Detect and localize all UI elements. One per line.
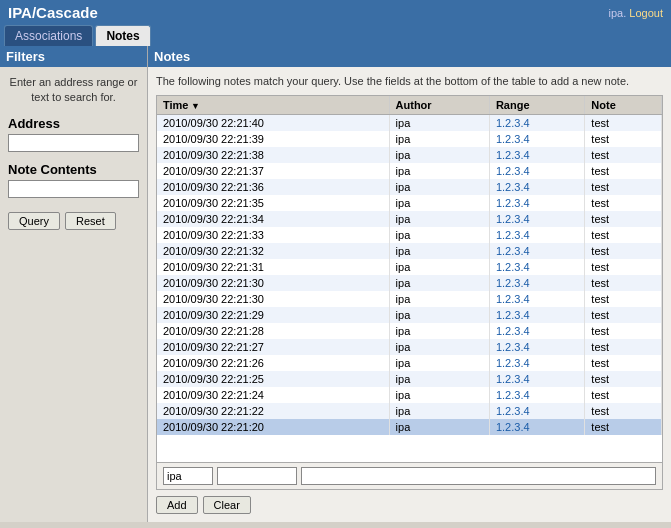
range-link[interactable]: 1.2.3.4 (496, 341, 530, 353)
content-area: Notes The following notes match your que… (148, 46, 671, 522)
col-note[interactable]: Note (585, 96, 662, 115)
table-row[interactable]: 2010/09/30 22:21:37ipa1.2.3.4test (157, 163, 662, 179)
address-input[interactable] (8, 134, 139, 152)
tab-associations[interactable]: Associations (4, 25, 93, 46)
add-button[interactable]: Add (156, 496, 198, 514)
col-range[interactable]: Range (489, 96, 584, 115)
table-row[interactable]: 2010/09/30 22:21:26ipa1.2.3.4test (157, 355, 662, 371)
table-row[interactable]: 2010/09/30 22:21:35ipa1.2.3.4test (157, 195, 662, 211)
range-link[interactable]: 1.2.3.4 (496, 165, 530, 177)
cell-range: 1.2.3.4 (489, 163, 584, 179)
col-author[interactable]: Author (389, 96, 489, 115)
cell-range: 1.2.3.4 (489, 259, 584, 275)
cell-author: ipa (389, 355, 489, 371)
cell-range: 1.2.3.4 (489, 371, 584, 387)
cell-note: test (585, 227, 662, 243)
table-row[interactable]: 2010/09/30 22:21:33ipa1.2.3.4test (157, 227, 662, 243)
app-title: IPA/Cascade (8, 4, 98, 21)
range-link[interactable]: 1.2.3.4 (496, 181, 530, 193)
range-link[interactable]: 1.2.3.4 (496, 261, 530, 273)
range-link[interactable]: 1.2.3.4 (496, 357, 530, 369)
table-row[interactable]: 2010/09/30 22:21:39ipa1.2.3.4test (157, 131, 662, 147)
cell-author: ipa (389, 275, 489, 291)
add-range-input[interactable] (217, 467, 297, 485)
range-link[interactable]: 1.2.3.4 (496, 117, 530, 129)
cell-time: 2010/09/30 22:21:32 (157, 243, 389, 259)
cell-note: test (585, 323, 662, 339)
table-scroll[interactable]: Time Author Range Note 2010/09/30 22:21:… (157, 96, 662, 462)
col-time[interactable]: Time (157, 96, 389, 115)
cell-author: ipa (389, 339, 489, 355)
range-link[interactable]: 1.2.3.4 (496, 325, 530, 337)
range-link[interactable]: 1.2.3.4 (496, 421, 530, 433)
cell-range: 1.2.3.4 (489, 291, 584, 307)
cell-range: 1.2.3.4 (489, 275, 584, 291)
range-link[interactable]: 1.2.3.4 (496, 229, 530, 241)
cell-time: 2010/09/30 22:21:39 (157, 131, 389, 147)
table-row[interactable]: 2010/09/30 22:21:30ipa1.2.3.4test (157, 275, 662, 291)
cell-time: 2010/09/30 22:21:34 (157, 211, 389, 227)
cell-time: 2010/09/30 22:21:30 (157, 275, 389, 291)
tab-notes[interactable]: Notes (95, 25, 150, 46)
range-link[interactable]: 1.2.3.4 (496, 389, 530, 401)
table-row[interactable]: 2010/09/30 22:21:40ipa1.2.3.4test (157, 115, 662, 132)
cell-note: test (585, 275, 662, 291)
clear-button[interactable]: Clear (203, 496, 251, 514)
table-row[interactable]: 2010/09/30 22:21:22ipa1.2.3.4test (157, 403, 662, 419)
range-link[interactable]: 1.2.3.4 (496, 133, 530, 145)
reset-button[interactable]: Reset (65, 212, 116, 230)
cell-author: ipa (389, 307, 489, 323)
table-row[interactable]: 2010/09/30 22:21:38ipa1.2.3.4test (157, 147, 662, 163)
cell-author: ipa (389, 211, 489, 227)
range-link[interactable]: 1.2.3.4 (496, 149, 530, 161)
cell-time: 2010/09/30 22:21:31 (157, 259, 389, 275)
table-row[interactable]: 2010/09/30 22:21:34ipa1.2.3.4test (157, 211, 662, 227)
table-row[interactable]: 2010/09/30 22:21:32ipa1.2.3.4test (157, 243, 662, 259)
content-title: Notes (148, 46, 671, 67)
cell-note: test (585, 243, 662, 259)
table-row[interactable]: 2010/09/30 22:21:30ipa1.2.3.4test (157, 291, 662, 307)
range-link[interactable]: 1.2.3.4 (496, 213, 530, 225)
sidebar: Filters Enter an address range or text t… (0, 46, 148, 522)
table-row[interactable]: 2010/09/30 22:21:36ipa1.2.3.4test (157, 179, 662, 195)
query-button[interactable]: Query (8, 212, 60, 230)
sidebar-description: Enter an address range or text to search… (8, 75, 139, 106)
cell-note: test (585, 163, 662, 179)
range-link[interactable]: 1.2.3.4 (496, 197, 530, 209)
nav-tabs: Associations Notes (0, 25, 671, 46)
note-contents-input[interactable] (8, 180, 139, 198)
range-link[interactable]: 1.2.3.4 (496, 245, 530, 257)
table-row[interactable]: 2010/09/30 22:21:31ipa1.2.3.4test (157, 259, 662, 275)
cell-author: ipa (389, 243, 489, 259)
table-row[interactable]: 2010/09/30 22:21:20ipa1.2.3.4test (157, 419, 662, 435)
cell-note: test (585, 307, 662, 323)
cell-author: ipa (389, 291, 489, 307)
range-link[interactable]: 1.2.3.4 (496, 293, 530, 305)
table-row[interactable]: 2010/09/30 22:21:25ipa1.2.3.4test (157, 371, 662, 387)
add-note-input[interactable] (301, 467, 656, 485)
cell-range: 1.2.3.4 (489, 243, 584, 259)
add-author-input[interactable] (163, 467, 213, 485)
cell-range: 1.2.3.4 (489, 179, 584, 195)
cell-note: test (585, 179, 662, 195)
range-link[interactable]: 1.2.3.4 (496, 309, 530, 321)
cell-note: test (585, 403, 662, 419)
table-row[interactable]: 2010/09/30 22:21:28ipa1.2.3.4test (157, 323, 662, 339)
cell-author: ipa (389, 387, 489, 403)
table-row[interactable]: 2010/09/30 22:21:24ipa1.2.3.4test (157, 387, 662, 403)
cell-range: 1.2.3.4 (489, 195, 584, 211)
cell-author: ipa (389, 115, 489, 132)
cell-note: test (585, 371, 662, 387)
cell-time: 2010/09/30 22:21:24 (157, 387, 389, 403)
range-link[interactable]: 1.2.3.4 (496, 373, 530, 385)
table-row[interactable]: 2010/09/30 22:21:29ipa1.2.3.4test (157, 307, 662, 323)
range-link[interactable]: 1.2.3.4 (496, 277, 530, 289)
table-row[interactable]: 2010/09/30 22:21:27ipa1.2.3.4test (157, 339, 662, 355)
notes-table: Time Author Range Note 2010/09/30 22:21:… (157, 96, 662, 435)
cell-range: 1.2.3.4 (489, 355, 584, 371)
cell-note: test (585, 259, 662, 275)
cell-author: ipa (389, 259, 489, 275)
cell-range: 1.2.3.4 (489, 227, 584, 243)
range-link[interactable]: 1.2.3.4 (496, 405, 530, 417)
logout-link[interactable]: Logout (629, 7, 663, 19)
